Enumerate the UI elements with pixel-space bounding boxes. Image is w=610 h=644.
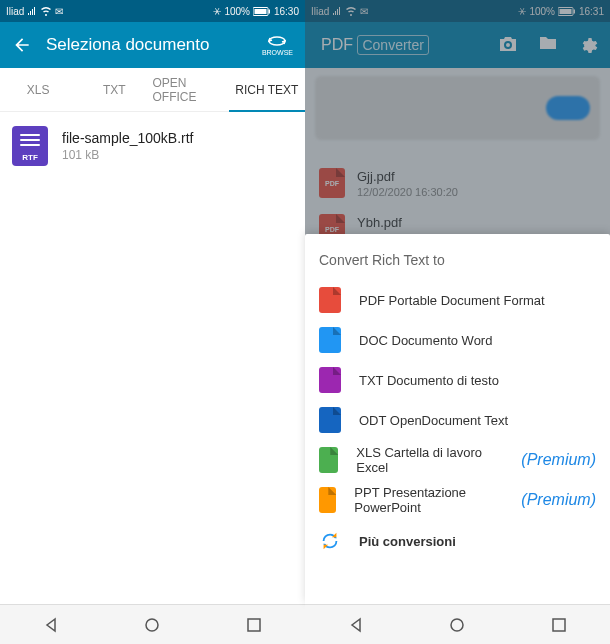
convert-option-label: TXT Documento di testo xyxy=(359,373,499,388)
refresh-icon xyxy=(319,530,341,552)
file-type-icon xyxy=(319,407,341,433)
sheet-title: Convert Rich Text to xyxy=(305,234,610,280)
browse-label: BROWSE xyxy=(262,49,293,56)
file-type-icon xyxy=(319,367,341,393)
svg-rect-4 xyxy=(248,619,260,631)
convert-option[interactable]: ODT OpenDocument Text xyxy=(305,400,610,440)
file-type-icon xyxy=(319,447,338,473)
premium-badge: (Premium) xyxy=(521,491,596,509)
svg-point-8 xyxy=(451,619,463,631)
phone-left: Iliad ✉ ⚹ 100% 16:30 Seleziona documento… xyxy=(0,0,305,644)
rtf-file-icon: RTF xyxy=(12,126,48,166)
status-bar: Iliad ✉ ⚹ 100% 16:30 xyxy=(0,0,305,22)
back-icon[interactable] xyxy=(12,35,32,55)
convert-option[interactable]: PDF Portable Document Format xyxy=(305,280,610,320)
battery-pct: 100% xyxy=(224,6,250,17)
svg-rect-2 xyxy=(268,9,270,13)
nav-recent-icon[interactable] xyxy=(549,615,569,635)
file-size: 101 kB xyxy=(62,148,194,162)
convert-option-label: PPT Presentazione PowerPoint xyxy=(354,485,497,515)
file-type-icon xyxy=(319,287,341,313)
tab-open-office[interactable]: OPEN OFFICE xyxy=(153,68,229,111)
convert-option-label: XLS Cartella di lavoro Excel xyxy=(356,445,497,475)
nav-back-icon[interactable] xyxy=(346,615,366,635)
svg-rect-9 xyxy=(553,619,565,631)
battery-icon xyxy=(253,7,271,16)
tab-txt[interactable]: TXT xyxy=(76,68,152,111)
app-bar: Seleziona documento BROWSE xyxy=(0,22,305,68)
tabs: XLS TXT OPEN OFFICE RICH TEXT xyxy=(0,68,305,112)
mail-icon: ✉ xyxy=(55,6,63,17)
browse-icon[interactable]: BROWSE xyxy=(262,34,293,56)
phone-right: Iliad ✉ ⚹ 100% 16:31 PDF Converter xyxy=(305,0,610,644)
convert-option[interactable]: TXT Documento di testo xyxy=(305,360,610,400)
signal-icon xyxy=(27,6,37,16)
convert-option-label: DOC Documento Word xyxy=(359,333,492,348)
more-conversions-label: Più conversioni xyxy=(359,534,456,549)
clock-label: 16:30 xyxy=(274,6,299,17)
convert-option[interactable]: DOC Documento Word xyxy=(305,320,610,360)
premium-badge: (Premium) xyxy=(521,451,596,469)
page-title: Seleziona documento xyxy=(46,35,262,55)
nav-home-icon[interactable] xyxy=(447,615,467,635)
convert-sheet: Convert Rich Text to PDF Portable Docume… xyxy=(305,234,610,604)
convert-option[interactable]: PPT Presentazione PowerPoint(Premium) xyxy=(305,480,610,520)
svg-point-3 xyxy=(146,619,158,631)
tab-xls[interactable]: XLS xyxy=(0,68,76,111)
convert-option-label: PDF Portable Document Format xyxy=(359,293,545,308)
convert-option[interactable]: XLS Cartella di lavoro Excel(Premium) xyxy=(305,440,610,480)
nav-bar xyxy=(305,604,610,644)
nav-back-icon[interactable] xyxy=(41,615,61,635)
nav-recent-icon[interactable] xyxy=(244,615,264,635)
wifi-icon xyxy=(40,6,52,16)
svg-rect-1 xyxy=(254,9,266,14)
file-type-icon xyxy=(319,327,341,353)
more-conversions-row[interactable]: Più conversioni xyxy=(305,520,610,562)
file-row[interactable]: RTF file-sample_100kB.rtf 101 kB xyxy=(0,112,305,180)
nav-bar xyxy=(0,604,305,644)
file-type-icon xyxy=(319,487,336,513)
bluetooth-icon: ⚹ xyxy=(213,5,221,17)
nav-home-icon[interactable] xyxy=(142,615,162,635)
tab-rich-text[interactable]: RICH TEXT xyxy=(229,68,305,111)
file-name: file-sample_100kB.rtf xyxy=(62,130,194,146)
carrier-label: Iliad xyxy=(6,6,24,17)
convert-option-label: ODT OpenDocument Text xyxy=(359,413,508,428)
